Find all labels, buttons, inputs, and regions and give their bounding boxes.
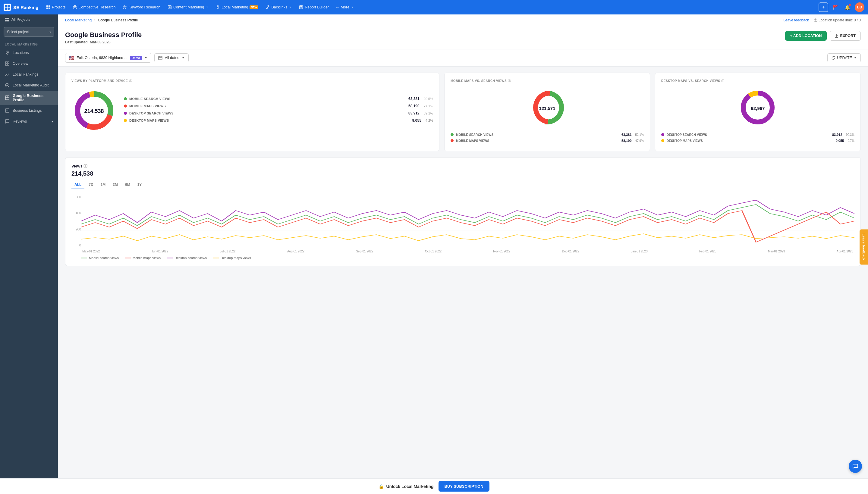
unlock-text: 🔒 Unlock Local Marketing (378, 484, 433, 489)
y-axis-labels: 600 400 200 0 (71, 194, 81, 254)
svg-rect-0 (5, 5, 7, 7)
legend-value-mobile-search: 63,381 (408, 97, 420, 101)
nav-add-button[interactable]: + (818, 2, 828, 12)
svg-rect-2 (5, 7, 7, 10)
desktop-maps-title: DESKTOP MAPS VS. SEARCH VIEWS ⓘ (661, 79, 854, 83)
nav-competitive[interactable]: Competitive Research (70, 3, 119, 11)
nav-content-label: Content Marketing (173, 5, 204, 10)
content-area: VIEWS BY PLATFORM AND DEVICE ⓘ (58, 66, 868, 278)
desktop-donut-label: 92,967 (751, 106, 765, 111)
nav-backlinks[interactable]: Backlinks (262, 3, 295, 11)
views-by-platform-info-icon[interactable]: ⓘ (129, 79, 132, 82)
svg-point-9 (74, 6, 76, 8)
nav-report-label: Report Builder (305, 5, 329, 10)
time-tab-1m[interactable]: 1M (98, 181, 109, 189)
time-tab-3m[interactable]: 3M (110, 181, 121, 189)
sidebar-item-audit[interactable]: Local Marketing Audit (0, 80, 58, 91)
nav-notifications-button[interactable]: 🔔 (843, 2, 852, 12)
legend-dot-desktop-search (124, 112, 127, 115)
date-filter-dropdown[interactable]: All dates (154, 53, 189, 62)
mobile-legend-label-0: MOBILE SEARCH VIEWS (456, 133, 619, 136)
legend-value-desktop-search: 83,912 (408, 111, 420, 115)
views-by-platform-title-text: VIEWS BY PLATFORM AND DEVICE (71, 79, 128, 82)
nav-keyword[interactable]: Keyword Research (119, 3, 163, 11)
feedback-vertical-tab[interactable]: Leave feedback (860, 230, 868, 265)
svg-rect-29 (5, 109, 9, 112)
svg-rect-1 (7, 5, 10, 7)
desktop-maps-info-icon[interactable]: ⓘ (721, 79, 724, 82)
desktop-legend-label-0: DESKTOP SEARCH VIEWS (667, 133, 830, 136)
export-button-label: EXPORT (840, 34, 856, 38)
nav-right-section: + 🚩 🔔 DD (818, 2, 864, 12)
nav-content[interactable]: Content Marketing (165, 3, 211, 11)
location-limit-value: Location update limit: 0 / 0 (818, 18, 861, 22)
svg-point-8 (73, 5, 77, 9)
legend-dot-mobile-search (124, 97, 127, 100)
sidebar-item-overview[interactable]: Overview (0, 58, 58, 69)
update-button-label: UPDATE (837, 56, 852, 60)
nav-flag-button[interactable]: 🚩 (831, 2, 840, 12)
time-tab-1y[interactable]: 1Y (134, 181, 145, 189)
time-tab-7d[interactable]: 7D (86, 181, 96, 189)
svg-rect-36 (159, 56, 162, 60)
x-label-10: Mar-01 2023 (768, 250, 785, 253)
mobile-maps-info-icon[interactable]: ⓘ (508, 79, 511, 82)
views-chart-total: 214,538 (71, 170, 854, 177)
sidebar: All Projects Select project ▾ LOCAL MARK… (0, 15, 58, 494)
sidebar-item-reviews[interactable]: Reviews ▾ (0, 116, 58, 127)
app-logo[interactable]: SE Ranking (4, 4, 38, 11)
legend-item-3: DESKTOP MAPS VIEWS 9,055 4.2% (124, 118, 433, 122)
add-location-button[interactable]: + ADD LOCATION (785, 31, 826, 41)
desktop-legend-item-0: DESKTOP SEARCH VIEWS 83,912 90.3% (661, 133, 854, 136)
nav-local[interactable]: Local Marketing NEW (213, 3, 261, 11)
nav-local-label: Local Marketing (222, 5, 248, 10)
sidebar-item-locations[interactable]: Locations (0, 47, 58, 58)
date-filter-label: All dates (165, 56, 179, 60)
breadcrumb-parent[interactable]: Local Marketing (65, 18, 92, 22)
legend-item-1: MOBILE MAPS VIEWS 58,190 27.1% (124, 104, 433, 108)
views-legend-list: MOBILE SEARCH VIEWS 63,381 29.5% MOBILE … (124, 97, 433, 126)
y-label-0: 0 (71, 243, 81, 247)
svg-rect-20 (7, 18, 9, 19)
sidebar-project-selector[interactable]: Select project ▾ (4, 27, 54, 37)
svg-rect-5 (49, 5, 50, 7)
x-label-1: Jun-01 2022 (152, 250, 168, 253)
chat-button[interactable] (849, 460, 862, 473)
export-button[interactable]: EXPORT (830, 31, 861, 41)
views-chart-title-text: Views (71, 164, 82, 168)
mobile-legend-dot-1 (450, 139, 454, 142)
breadcrumb-right: Leave feedback Location update limit: 0 … (783, 18, 861, 22)
location-flag: 🇺🇸 (69, 55, 74, 60)
views-chart-info-icon[interactable]: ⓘ (84, 164, 87, 168)
nav-more[interactable]: ··· More (333, 3, 357, 11)
sidebar-item-local-rankings[interactable]: Local Rankings (0, 69, 58, 80)
time-tab-6m[interactable]: 6M (122, 181, 133, 189)
svg-point-28 (5, 83, 9, 87)
legend-pct-mobile-maps: 27.1% (424, 104, 433, 108)
sidebar-item-listings[interactable]: Business Listings (0, 105, 58, 116)
x-label-3: Aug-01 2022 (287, 250, 304, 253)
sidebar-reviews-chevron-icon: ▾ (52, 120, 53, 123)
mobile-legend-value-1: 58,190 (622, 139, 632, 142)
page-title: Google Business Profile (65, 31, 142, 39)
page-header-top: Google Business Profile Last updated Mar… (65, 31, 861, 44)
app-name: SE Ranking (13, 5, 38, 10)
nav-avatar[interactable]: DD (855, 2, 864, 12)
location-filter-dropdown[interactable]: 🇺🇸 Folk Osteria, 6839 Highland ... Demo (65, 53, 151, 63)
nav-report[interactable]: Report Builder (296, 3, 332, 11)
mobile-legend-dot-0 (450, 133, 454, 136)
nav-projects[interactable]: Projects (43, 3, 69, 11)
x-label-4: Sep-01 2022 (356, 250, 373, 253)
svg-rect-7 (49, 7, 50, 9)
desktop-legend-label-1: DESKTOP MAPS VIEWS (667, 139, 833, 142)
time-tab-all[interactable]: ALL (71, 181, 85, 189)
svg-rect-4 (47, 5, 48, 7)
views-chart-section: Views ⓘ 214,538 ALL 7D 1M 3M 6M 1Y 600 4… (65, 157, 861, 266)
leave-feedback-link[interactable]: Leave feedback (783, 18, 809, 22)
buy-subscription-button[interactable]: BUY SUBSCRIPTION (439, 481, 490, 492)
sidebar-all-projects[interactable]: All Projects (0, 15, 58, 25)
desktop-legend-value-0: 83,912 (832, 133, 843, 136)
desktop-legend-dot-0 (661, 133, 664, 136)
sidebar-item-gbp[interactable]: Google Business Profile (0, 91, 58, 105)
update-button[interactable]: UPDATE (827, 53, 861, 62)
